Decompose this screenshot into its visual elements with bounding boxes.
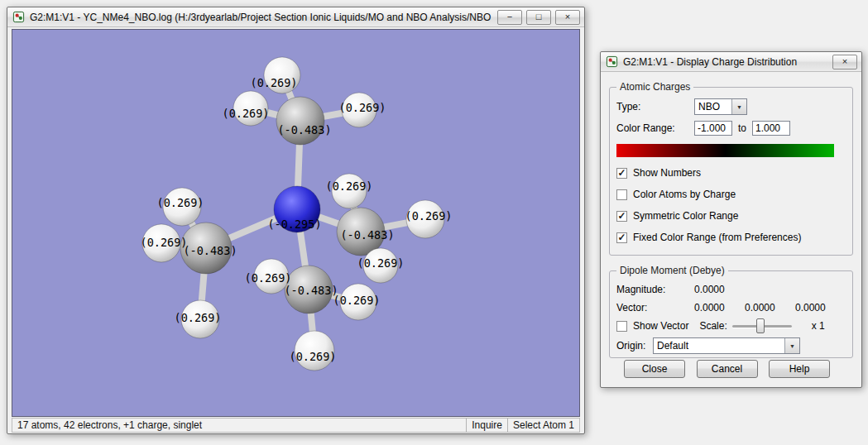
charge-label: (0.269) <box>405 209 453 223</box>
checkbox-color-atoms-by-charge[interactable]: Color Atoms by Charge <box>616 189 846 200</box>
dropdown-button[interactable]: ▼ <box>784 338 799 353</box>
vector-x-value: 0.0000 <box>694 302 745 313</box>
origin-label: Origin: <box>616 340 653 352</box>
checkbox-box: ✓ <box>616 168 627 179</box>
close-button[interactable]: Close <box>624 360 685 378</box>
charge-label: (0.269) <box>357 256 405 270</box>
atomic-charges-caption: Atomic Charges <box>616 81 693 93</box>
checkbox-symmetric-color-range[interactable]: ✓Symmetric Color Range <box>616 210 846 222</box>
charge-label: (0.269) <box>339 101 386 114</box>
charge-label: (-0.483) <box>340 228 394 242</box>
vector-y-value: 0.0000 <box>745 302 795 313</box>
charge-label: (0.269) <box>251 76 298 89</box>
vector-z-value: 0.0000 <box>795 302 846 313</box>
scale-slider[interactable] <box>732 318 792 333</box>
scale-label: Scale: <box>699 320 727 332</box>
charge-label: (0.269) <box>333 294 381 307</box>
vector-label: Vector: <box>616 302 694 313</box>
type-label: Type: <box>616 101 694 112</box>
charge-label: (-0.295) <box>267 218 321 231</box>
charge-label: (-0.483) <box>277 123 331 136</box>
charge-label: (-0.483) <box>183 244 237 257</box>
help-button[interactable]: Help <box>769 360 830 378</box>
origin-value: Default <box>654 338 784 353</box>
checkbox-label: Symmetric Color Range <box>633 210 738 222</box>
checkbox-label: Color Atoms by Charge <box>633 189 736 200</box>
checkbox-label: Show Vector <box>633 320 688 332</box>
charge-label: (-0.483) <box>284 284 338 297</box>
molecule-svg: (-0.295)(-0.483)(-0.483)(-0.483)(-0.483)… <box>12 30 579 416</box>
checkbox-label: Fixed Color Range (from Preferences) <box>633 232 801 243</box>
dialog-button-row: Close Cancel Help <box>624 360 830 378</box>
chevron-down-icon: ▼ <box>789 343 795 349</box>
status-select-atom: Select Atom 1 <box>507 419 579 432</box>
restore-button[interactable]: □ <box>526 10 551 25</box>
minimize-icon: − <box>507 12 512 22</box>
scale-multiplier: x 1 <box>812 320 825 332</box>
close-window-button[interactable]: × <box>555 10 580 25</box>
checkbox-box: ✓ <box>616 232 627 243</box>
checkbox-box: ✓ <box>616 211 627 222</box>
restore-icon: □ <box>536 12 542 22</box>
dialog-body: Atomic Charges Type: NBO ▼ Color Range: … <box>601 72 861 387</box>
dialog-close-button[interactable]: × <box>832 55 857 69</box>
minimize-button[interactable]: − <box>497 10 522 25</box>
origin-row: Origin: Default ▼ <box>616 337 846 354</box>
molecule-viewport[interactable]: (-0.295)(-0.483)(-0.483)(-0.483)(-0.483)… <box>12 29 580 417</box>
magnitude-value: 0.0000 <box>694 284 725 295</box>
checkbox-box <box>616 189 627 200</box>
dipole-group: Dipole Moment (Debye) Magnitude: 0.0000 … <box>609 270 853 358</box>
type-value: NBO <box>695 99 731 114</box>
charge-distribution-dialog: G2:M1:V1 - Display Charge Distribution ×… <box>600 51 862 388</box>
dropdown-button[interactable]: ▼ <box>731 99 746 114</box>
atomic-charges-group: Atomic Charges Type: NBO ▼ Color Range: … <box>609 87 853 256</box>
color-range-row: Color Range: to <box>616 119 846 137</box>
charge-label: (0.269) <box>175 311 222 324</box>
status-summary: 17 atoms, 42 electrons, +1 charge, singl… <box>12 419 466 432</box>
checkbox-label: Show Numbers <box>633 167 701 179</box>
app-icon <box>12 11 26 24</box>
charge-checkbox-list: ✓Show NumbersColor Atoms by Charge✓Symme… <box>616 160 846 243</box>
dialog-title: G2:M1:V1 - Display Charge Distribution <box>623 56 828 68</box>
type-row: Type: NBO ▼ <box>616 98 846 116</box>
charge-gradient-bar <box>616 144 834 157</box>
color-max-input[interactable] <box>752 121 790 136</box>
checkbox-box <box>616 321 627 332</box>
charge-label: (0.269) <box>326 179 373 193</box>
checkbox-fixed-color-range-from-preferences[interactable]: ✓Fixed Color Range (from Preferences) <box>616 232 846 243</box>
magnitude-row: Magnitude: 0.0000 <box>616 281 846 298</box>
vector-row: Vector: 0.0000 0.0000 0.0000 <box>616 299 846 316</box>
charge-label: (0.269) <box>157 196 204 209</box>
color-min-input[interactable] <box>694 121 732 136</box>
close-icon: × <box>842 57 847 66</box>
show-vector-row: Show Vector Scale: x 1 <box>616 318 846 334</box>
magnitude-label: Magnitude: <box>616 284 694 295</box>
type-dropdown[interactable]: NBO ▼ <box>694 98 747 115</box>
checkbox-show-numbers[interactable]: ✓Show Numbers <box>616 167 846 179</box>
charge-label: (0.269) <box>290 350 337 363</box>
main-window: G2:M1:V1 - YC_NMe4_NBO.log (H:/3rdyearla… <box>7 7 585 434</box>
main-window-title: G2:M1:V1 - YC_NMe4_NBO.log (H:/3rdyearla… <box>30 12 493 23</box>
dialog-titlebar[interactable]: G2:M1:V1 - Display Charge Distribution × <box>601 52 861 72</box>
atom-C[interactable] <box>276 97 324 145</box>
color-range-label: Color Range: <box>616 122 694 134</box>
chevron-down-icon: ▼ <box>736 104 742 110</box>
charge-label: (0.269) <box>141 236 188 249</box>
checkbox-show-vector[interactable]: Show Vector <box>616 320 688 332</box>
dipole-caption: Dipole Moment (Debye) <box>616 265 728 276</box>
cancel-button[interactable]: Cancel <box>697 360 758 378</box>
app-icon <box>606 55 619 69</box>
slider-thumb[interactable] <box>756 318 765 333</box>
main-titlebar[interactable]: G2:M1:V1 - YC_NMe4_NBO.log (H:/3rdyearla… <box>7 7 584 27</box>
status-bar: 17 atoms, 42 electrons, +1 charge, singl… <box>12 418 580 433</box>
origin-dropdown[interactable]: Default ▼ <box>653 337 800 354</box>
close-icon: × <box>565 12 570 22</box>
status-inquire-mode: Inquire <box>466 419 507 432</box>
to-label: to <box>738 122 746 134</box>
charge-label: (0.269) <box>223 107 270 120</box>
charge-label: (0.269) <box>245 271 292 285</box>
